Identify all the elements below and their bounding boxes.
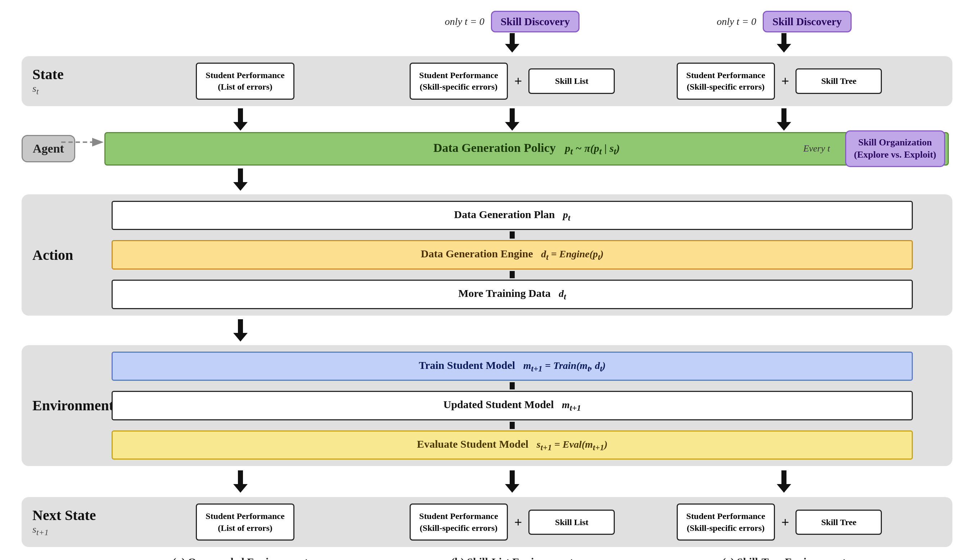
plus-next-b: + bbox=[514, 514, 522, 530]
state-box-a-line2: (List of errors) bbox=[205, 81, 284, 92]
train-student-bar: Train Student Model mt+1 = Train(mt, dt) bbox=[112, 352, 913, 381]
connector-2 bbox=[510, 271, 515, 278]
policy-label: Data Generation Policy pt ~ π(pt | st) bbox=[434, 141, 620, 154]
state-section: State st Student Performance (List of er… bbox=[22, 56, 952, 106]
env-label-cell: Environment bbox=[29, 352, 112, 460]
state-box-b1-line2: (Skill-specific errors) bbox=[419, 81, 498, 92]
data-gen-plan-bar: Data Generation Plan pt bbox=[112, 201, 913, 230]
bar-updated-model: Updated Student Model mt+1 bbox=[112, 391, 913, 420]
environment-section: Environment Train Student Model mt+1 = T… bbox=[22, 345, 952, 467]
connector-1 bbox=[510, 232, 515, 238]
next-box-a-line2: (List of errors) bbox=[205, 522, 284, 534]
arrow-state-to-policy-a bbox=[233, 108, 248, 131]
state-box-c1-line1: Student Performance bbox=[686, 70, 765, 81]
next-state-col-c: Student Performance (Skill-specific erro… bbox=[646, 503, 913, 540]
next-box-b1-line2: (Skill-specific errors) bbox=[419, 522, 498, 534]
next-state-col-a: Student Performance (List of errors) bbox=[112, 503, 379, 540]
next-box-c1-line1: Student Performance bbox=[686, 510, 765, 522]
next-state-label-cell: Next State st+1 bbox=[29, 503, 112, 540]
bar-train-student: Train Student Model mt+1 = Train(mt, dt) bbox=[112, 352, 913, 381]
data-gen-engine-bar: Data Generation Engine dt = Engine(pt) bbox=[112, 240, 913, 270]
state-box-a: Student Performance (List of errors) bbox=[196, 63, 294, 100]
skill-discovery-badge-2: Skill Discovery bbox=[763, 11, 852, 32]
dashed-arrow-svg bbox=[61, 132, 108, 153]
state-box-c2-line1: Skill Tree bbox=[805, 75, 872, 87]
eval-student-bar: Evaluate Student Model st+1 = Eval(mt+1) bbox=[112, 430, 913, 460]
action-content: Data Generation Plan pt Data Generation … bbox=[112, 201, 913, 309]
diagram-container: only t = 0 Skill Discovery only t = 0 Sk… bbox=[0, 0, 974, 560]
env-bars: Train Student Model mt+1 = Train(mt, dt)… bbox=[112, 352, 913, 460]
plus-next-c: + bbox=[781, 514, 789, 530]
only-t0-label-2: only t = 0 bbox=[717, 16, 756, 27]
skill-discovery-badge-1: Skill Discovery bbox=[491, 11, 580, 32]
state-box-c2: Skill Tree bbox=[796, 68, 882, 93]
connector-3 bbox=[510, 382, 515, 389]
state-col-c: Student Performance (Skill-specific erro… bbox=[646, 63, 913, 100]
state-box-a-line1: Student Performance bbox=[205, 70, 284, 81]
next-state-box-a: Student Performance (List of errors) bbox=[196, 503, 294, 540]
env-label: Environment bbox=[32, 397, 108, 414]
state-label: State bbox=[32, 66, 108, 83]
action-section: Action Data Generation Plan pt Data Gene… bbox=[22, 194, 952, 316]
agent-area: Agent bbox=[22, 135, 104, 162]
arrow-action-to-env bbox=[233, 319, 248, 342]
skill-org-badge: Skill Organization(Explore vs. Exploit) bbox=[845, 130, 945, 167]
skill-disc-arrow-1 bbox=[505, 33, 519, 53]
bottom-label-a: (a) Open-ended Environment bbox=[173, 556, 308, 560]
arrow-state-to-policy-c bbox=[777, 108, 791, 131]
action-label: Action bbox=[32, 247, 108, 263]
state-box-c1: Student Performance (Skill-specific erro… bbox=[677, 63, 775, 100]
next-box-a-line1: Student Performance bbox=[205, 510, 284, 522]
policy-formula: pt ~ π(pt | st) bbox=[565, 142, 620, 154]
env-content: Train Student Model mt+1 = Train(mt, dt)… bbox=[112, 352, 913, 460]
next-state-section: Next State st+1 Student Performance (Lis… bbox=[22, 497, 952, 547]
action-label-cell: Action bbox=[29, 201, 112, 309]
next-state-sub-label: st+1 bbox=[32, 523, 108, 537]
bar-eval-student: Evaluate Student Model st+1 = Eval(mt+1) bbox=[112, 430, 913, 460]
plus-b: + bbox=[514, 73, 522, 89]
action-bars: Data Generation Plan pt Data Generation … bbox=[112, 201, 913, 309]
next-state-content: Student Performance (List of errors) Stu… bbox=[112, 503, 913, 540]
state-box-b2: Skill List bbox=[529, 68, 615, 93]
next-state-box-c2: Skill Tree bbox=[796, 510, 882, 535]
state-col-b: Student Performance (Skill-specific erro… bbox=[379, 63, 646, 100]
bar-data-gen-plan: Data Generation Plan pt bbox=[112, 201, 913, 230]
state-content: Student Performance (List of errors) Stu… bbox=[112, 63, 913, 100]
next-state-label: Next State bbox=[32, 507, 108, 523]
bar-data-gen-engine: Data Generation Engine dt = Engine(pt) bbox=[112, 240, 913, 270]
state-sub-label: st bbox=[32, 83, 108, 97]
next-state-three-col: Student Performance (List of errors) Stu… bbox=[112, 503, 913, 540]
every-t-label: Every t bbox=[803, 143, 830, 154]
more-training-bar: More Training Data dt bbox=[112, 280, 913, 309]
only-t0-label-1: only t = 0 bbox=[445, 16, 484, 27]
skill-disc-arrow-2 bbox=[777, 33, 791, 53]
arrow-env-to-next-b bbox=[505, 470, 519, 493]
next-box-c2-line1: Skill Tree bbox=[805, 517, 872, 528]
arrow-state-to-policy-b bbox=[505, 108, 519, 131]
next-state-box-b2: Skill List bbox=[529, 510, 615, 535]
next-state-box-c1: Student Performance (Skill-specific erro… bbox=[677, 503, 775, 540]
arrow-policy-to-action bbox=[233, 168, 248, 191]
state-box-b2-line1: Skill List bbox=[538, 75, 605, 87]
next-box-c1-line2: (Skill-specific errors) bbox=[686, 522, 765, 534]
state-box-b1-line1: Student Performance bbox=[419, 70, 498, 81]
state-box-b1: Student Performance (Skill-specific erro… bbox=[410, 63, 508, 100]
state-three-col: Student Performance (List of errors) Stu… bbox=[112, 63, 913, 100]
next-box-b2-line1: Skill List bbox=[538, 517, 605, 528]
arrow-env-to-next-c bbox=[777, 470, 791, 493]
next-box-b1-line1: Student Performance bbox=[419, 510, 498, 522]
bar-more-training: More Training Data dt bbox=[112, 280, 913, 309]
updated-model-bar: Updated Student Model mt+1 bbox=[112, 391, 913, 420]
connector-4 bbox=[510, 422, 515, 429]
next-state-col-b: Student Performance (Skill-specific erro… bbox=[379, 503, 646, 540]
bottom-label-c: (c) Skill-Tree Environment bbox=[722, 556, 846, 560]
next-state-box-b1: Student Performance (Skill-specific erro… bbox=[410, 503, 508, 540]
arrow-env-to-next-a bbox=[233, 470, 248, 493]
state-label-cell: State st bbox=[29, 63, 112, 100]
state-box-c1-line2: (Skill-specific errors) bbox=[686, 81, 765, 92]
policy-bar-wrapper: Data Generation Policy pt ~ π(pt | st) E… bbox=[104, 132, 949, 165]
state-col-a: Student Performance (List of errors) bbox=[112, 63, 379, 100]
plus-c: + bbox=[781, 73, 789, 89]
bottom-label-b: (b) Skill-List Environment bbox=[451, 556, 574, 560]
